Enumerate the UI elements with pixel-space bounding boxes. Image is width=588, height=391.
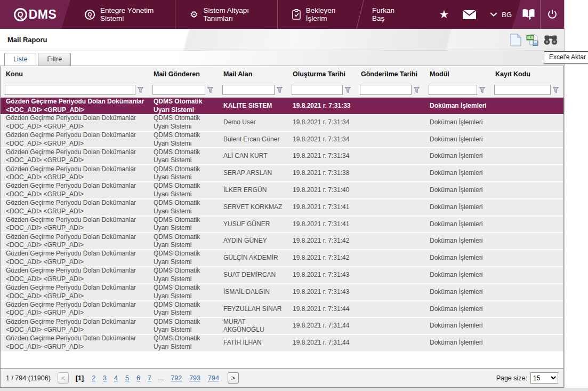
column-header-konu[interactable]: Konu — [1, 70, 148, 78]
cell-mail-alan: GÜLÇİN AKDEMİR — [218, 254, 287, 262]
clipboard-icon — [292, 9, 301, 20]
report-toolbar: Mail Raporu XLS — [0, 29, 564, 51]
funnel-filter-icon[interactable] — [138, 87, 143, 93]
topbar-right-section — [512, 0, 564, 29]
cell-olusturma-tarihi: 19.8.2021 г. 7:31:33 — [287, 102, 356, 110]
top-navigation-bar: Q DMS Q Entegre Yönetim Sistemi ⚙ Sistem… — [0, 0, 564, 29]
tab-filtre[interactable]: Filtre — [38, 53, 71, 66]
column-header-gonderilme-tarihi[interactable]: Gönderilme Tarihi — [356, 70, 424, 78]
cell-olusturma-tarihi: 19.8.2021 г. 7:31:41 — [287, 220, 356, 229]
cell-mail-gonderen: QDMS Otomatik Uyarı Sistemi — [148, 131, 218, 148]
cell-modul: Doküman İşlemleri — [424, 271, 490, 280]
gear-icon: ⚙ — [190, 10, 198, 19]
column-header-kayit-kodu[interactable]: Kayıt Kodu — [490, 70, 563, 78]
table-row[interactable]: Gözden Geçirme Periyodu Dolan Dokümanlar… — [1, 217, 563, 234]
table-row[interactable]: Gözden Geçirme Periyodu Dolan Dokümanlar… — [1, 250, 563, 267]
table-row[interactable]: Gözden Geçirme Periyodu Dolan Dokümanlar… — [1, 98, 563, 115]
page-link[interactable]: 792 — [171, 374, 182, 382]
column-header-olusturma-tarihi[interactable]: Oluşturma Tarihi — [287, 70, 356, 78]
table-row[interactable]: Gözden Geçirme Periyodu Dolan Dokümanlar… — [1, 301, 563, 318]
page-link[interactable]: 2 — [92, 374, 95, 382]
cell-olusturma-tarihi: 19.8.2021 г. 7:31:34 — [287, 152, 356, 161]
next-page-button[interactable]: > — [228, 372, 239, 384]
page-link[interactable]: 6 — [136, 374, 140, 382]
table-row[interactable]: Gözden Geçirme Periyodu Dolan Dokümanlar… — [1, 200, 563, 217]
cell-olusturma-tarihi: 19.8.2021 г. 7:31:42 — [287, 237, 356, 245]
table-row[interactable]: Gözden Geçirme Periyodu Dolan Dokümanlar… — [1, 148, 563, 165]
page-link[interactable]: 793 — [189, 374, 200, 382]
cell-konu: Gözden Geçirme Periyodu Dolan Dokümanlar… — [1, 334, 148, 351]
cell-olusturma-tarihi: 19.8.2021 г. 7:31:34 — [287, 135, 356, 144]
cell-mail-alan: FEYZULLAH SINAR — [218, 305, 287, 314]
table-row[interactable]: Gözden Geçirme Periyodu Dolan Dokümanlar… — [1, 182, 563, 200]
filter-mail-gonderen-input[interactable] — [152, 85, 205, 95]
cell-modul: Doküman İşlemleri — [424, 237, 490, 245]
table-row[interactable]: Gözden Geçirme Periyodu Dolan Dokümanlar… — [1, 115, 563, 132]
menu-bekleyen-islerim[interactable]: Bekleyen İşlerim — [278, 0, 360, 29]
prev-page-button[interactable]: < — [58, 372, 69, 384]
cell-mail-alan: İLKER ERGÜN — [218, 186, 287, 195]
cell-mail-gonderen: QDMS Otomatik Uyarı Sistemi — [148, 216, 218, 233]
qdms-logo[interactable]: Q DMS — [0, 0, 70, 29]
document-icon[interactable] — [510, 34, 521, 46]
table-row[interactable]: Gözden Geçirme Periyodu Dolan Dokümanlar… — [1, 335, 563, 352]
page-link[interactable]: 4 — [114, 374, 118, 382]
svg-text:XLS: XLS — [527, 36, 534, 39]
qdms-application: Q DMS Q Entegre Yönetim Sistemi ⚙ Sistem… — [0, 0, 564, 388]
cell-olusturma-tarihi: 19.8.2021 г. 7:31:41 — [287, 203, 356, 212]
cell-konu: Gözden Geçirme Periyodu Dolan Dokümanlar… — [1, 250, 148, 266]
funnel-filter-icon[interactable] — [345, 87, 351, 93]
filter-row — [1, 82, 563, 98]
page-link[interactable]: 7 — [148, 374, 151, 382]
cell-mail-gonderen: QDMS Otomatik Uyarı Sistemi — [148, 318, 218, 334]
cell-mail-alan: Bülent Ercan Güner — [218, 135, 287, 144]
funnel-filter-icon[interactable] — [207, 87, 213, 93]
cell-modul: Doküman İşlemleri — [424, 152, 490, 161]
filter-mail-alan-input[interactable] — [222, 85, 275, 95]
filter-olusturma-tarihi-input[interactable] — [292, 85, 343, 95]
table-row[interactable]: Gözden Geçirme Periyodu Dolan Dokümanlar… — [1, 165, 563, 182]
favorites-star-icon[interactable]: ★ — [439, 0, 449, 29]
cell-modul: Doküman İşlemleri — [424, 102, 490, 110]
table-row[interactable]: Gözden Geçirme Periyodu Dolan Dokümanlar… — [1, 233, 563, 250]
user-name[interactable]: Furkan Baş — [372, 0, 401, 29]
table-row[interactable]: Gözden Geçirme Periyodu Dolan Dokümanlar… — [1, 318, 563, 335]
table-row[interactable]: Gözden Geçirme Periyodu Dolan Dokümanlar… — [1, 132, 563, 149]
filter-konu-input[interactable] — [5, 85, 135, 95]
cell-mail-alan: İSMAİL DALGIN — [218, 288, 287, 297]
binoculars-search-icon[interactable] — [544, 34, 558, 46]
cell-mail-gonderen: QDMS Otomatik Uyarı Sistemi — [148, 98, 218, 114]
qdms-logo-q-icon: Q — [14, 8, 27, 21]
help-book-icon[interactable] — [517, 0, 540, 29]
page-size-select[interactable]: 15 — [530, 372, 558, 384]
power-logout-icon[interactable] — [541, 0, 564, 29]
cell-modul: Doküman İşlemleri — [424, 322, 490, 330]
tab-liste[interactable]: Liste — [4, 53, 36, 66]
cell-mail-gonderen: QDMS Otomatik Uyarı Sistemi — [148, 334, 218, 351]
export-excel-icon[interactable]: XLS — [526, 34, 539, 46]
menu-entegre-yonetim-sistemi[interactable]: Q Entegre Yönetim Sistemi — [70, 0, 175, 29]
page-link[interactable]: 3 — [103, 374, 107, 382]
column-header-mail-alan[interactable]: Mail Alan — [218, 70, 287, 78]
table-row[interactable]: Gözden Geçirme Periyodu Dolan Dokümanlar… — [1, 267, 563, 284]
language-selector[interactable]: BG — [490, 0, 512, 29]
cell-mail-alan: SERVET KORKMAZ — [218, 203, 287, 212]
mail-envelope-icon[interactable] — [463, 0, 476, 29]
filter-kayit-kodu-input[interactable] — [494, 85, 551, 95]
menu-sistem-altyapi-tanimlari[interactable]: ⚙ Sistem Altyapı Tanımları — [175, 0, 277, 29]
funnel-filter-icon[interactable] — [414, 87, 420, 93]
funnel-filter-icon[interactable] — [553, 87, 559, 93]
cell-mail-gonderen: QDMS Otomatik Uyarı Sistemi — [148, 114, 218, 131]
table-row[interactable]: Gözden Geçirme Periyodu Dolan Dokümanlar… — [1, 284, 563, 301]
funnel-filter-icon[interactable] — [277, 87, 283, 93]
cell-mail-gonderen: QDMS Otomatik Uyarı Sistemi — [148, 182, 218, 198]
cell-olusturma-tarihi: 19.8.2021 г. 7:31:34 — [287, 118, 356, 127]
funnel-filter-icon[interactable] — [479, 87, 485, 93]
page-link[interactable]: 794 — [208, 374, 219, 382]
cell-olusturma-tarihi: 19.8.2021 г. 7:31:44 — [287, 339, 356, 347]
page-link[interactable]: 5 — [125, 374, 129, 382]
column-header-mail-gonderen[interactable]: Mail Gönderen — [148, 70, 218, 78]
column-header-modul[interactable]: Modül — [424, 70, 490, 78]
filter-modul-input[interactable] — [429, 85, 477, 95]
filter-gonderilme-tarihi-input[interactable] — [360, 85, 412, 95]
